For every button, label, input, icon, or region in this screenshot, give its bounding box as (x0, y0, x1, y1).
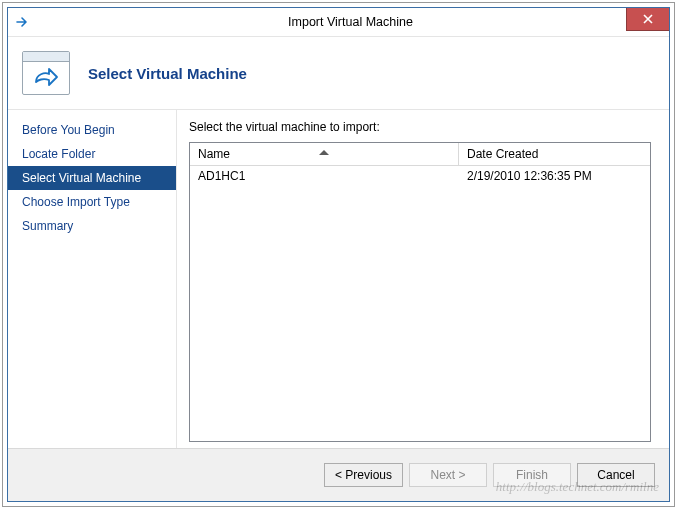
steps-sidebar: Before You Begin Locate Folder Select Vi… (8, 110, 176, 448)
cell-date: 2/19/2010 12:36:35 PM (459, 169, 650, 183)
column-header-name-label: Name (198, 147, 230, 161)
list-body: AD1HC1 2/19/2010 12:36:35 PM (190, 166, 650, 441)
finish-button[interactable]: Finish (493, 463, 571, 487)
main-panel: Select the virtual machine to import: Na… (176, 110, 669, 448)
close-button[interactable] (626, 8, 669, 31)
wizard-header: Select Virtual Machine (8, 36, 669, 110)
cell-name: AD1HC1 (190, 169, 459, 183)
wizard-footer: < Previous Next > Finish Cancel (8, 448, 669, 501)
step-select-virtual-machine[interactable]: Select Virtual Machine (8, 166, 176, 190)
list-header: Name Date Created (190, 143, 650, 166)
step-summary[interactable]: Summary (8, 214, 176, 238)
cancel-button[interactable]: Cancel (577, 463, 655, 487)
step-choose-import-type[interactable]: Choose Import Type (8, 190, 176, 214)
instruction-text: Select the virtual machine to import: (189, 120, 651, 134)
column-header-date[interactable]: Date Created (459, 143, 650, 165)
previous-button[interactable]: < Previous (324, 463, 403, 487)
vm-list[interactable]: Name Date Created AD1HC1 2/19/2010 12:36… (189, 142, 651, 442)
sort-ascending-icon (319, 150, 329, 155)
window-title: Import Virtual Machine (32, 15, 669, 29)
column-header-date-label: Date Created (467, 147, 538, 161)
app-icon (14, 13, 32, 31)
import-icon (22, 51, 70, 95)
wizard-window: Import Virtual Machine Select Virtual Ma… (7, 7, 670, 502)
page-title: Select Virtual Machine (88, 65, 247, 82)
next-button[interactable]: Next > (409, 463, 487, 487)
table-row[interactable]: AD1HC1 2/19/2010 12:36:35 PM (190, 166, 650, 186)
step-locate-folder[interactable]: Locate Folder (8, 142, 176, 166)
titlebar: Import Virtual Machine (8, 8, 669, 36)
wizard-body: Before You Begin Locate Folder Select Vi… (8, 110, 669, 448)
close-icon (643, 14, 653, 24)
column-header-name[interactable]: Name (190, 143, 459, 165)
step-before-you-begin[interactable]: Before You Begin (8, 118, 176, 142)
